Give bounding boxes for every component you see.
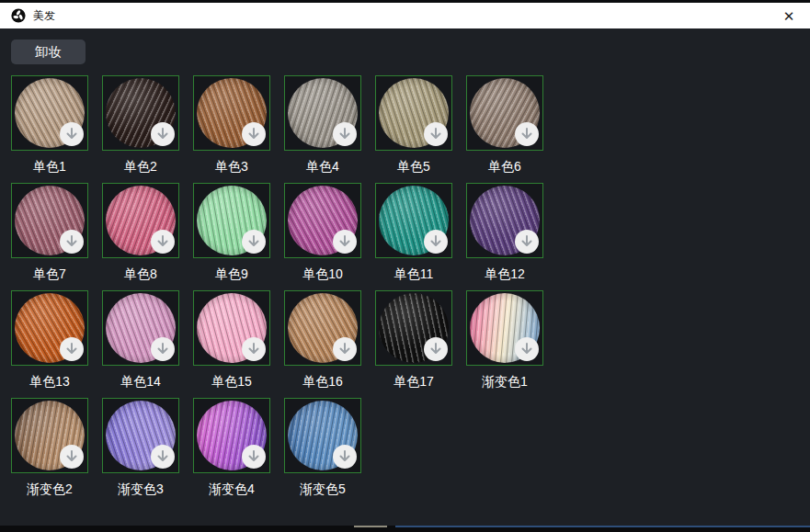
download-icon[interactable] — [515, 337, 539, 361]
hair-style-item: 渐变色5 — [284, 398, 361, 498]
hair-style-swatch[interactable] — [11, 75, 88, 151]
desktop-edge-bottom — [0, 526, 810, 532]
hair-style-label: 渐变色2 — [11, 480, 88, 498]
hair-style-swatch[interactable] — [102, 75, 179, 151]
hair-style-item: 单色3 — [193, 75, 270, 175]
hair-style-swatch[interactable] — [193, 398, 270, 473]
dialog-titlebar: 美发 ✕ — [0, 3, 810, 28]
hair-style-swatch[interactable] — [193, 183, 270, 258]
hair-style-item: 渐变色1 — [466, 290, 543, 391]
hair-style-swatch[interactable] — [284, 290, 361, 366]
hair-style-swatch[interactable] — [284, 398, 361, 473]
hair-style-swatch[interactable] — [11, 183, 88, 258]
hair-style-swatch[interactable] — [11, 398, 88, 473]
hair-style-item: 单色16 — [284, 290, 361, 391]
hair-style-label: 渐变色1 — [466, 372, 543, 391]
hair-style-label: 单色7 — [11, 265, 88, 283]
hair-style-label: 单色13 — [11, 372, 88, 391]
obs-logo-icon — [11, 8, 26, 23]
download-icon[interactable] — [333, 337, 357, 361]
download-icon[interactable] — [151, 445, 175, 469]
download-icon[interactable] — [333, 230, 357, 254]
hair-style-item: 单色8 — [102, 183, 179, 283]
hair-style-label: 单色10 — [284, 265, 361, 283]
hair-style-label: 单色11 — [375, 265, 452, 283]
hair-style-item: 渐变色2 — [11, 398, 88, 498]
hair-style-label: 单色17 — [375, 372, 452, 391]
close-icon[interactable]: ✕ — [779, 6, 799, 26]
hair-style-swatch[interactable] — [102, 290, 179, 366]
download-icon[interactable] — [151, 230, 175, 254]
hair-style-swatch[interactable] — [284, 183, 361, 258]
hair-style-swatch[interactable] — [375, 290, 452, 366]
hair-style-label: 单色15 — [193, 372, 270, 391]
hair-style-swatch[interactable] — [466, 75, 543, 151]
background-app-speck — [354, 526, 387, 527]
download-icon[interactable] — [242, 230, 266, 254]
hair-style-label: 渐变色5 — [284, 480, 361, 498]
download-icon[interactable] — [60, 337, 84, 361]
hair-style-label: 单色4 — [284, 157, 361, 175]
hair-style-item: 单色1 — [11, 75, 88, 175]
download-icon[interactable] — [242, 337, 266, 361]
hair-style-item: 单色5 — [375, 75, 452, 175]
hair-style-label: 单色8 — [102, 265, 179, 283]
remove-makeup-button[interactable]: 卸妆 — [11, 40, 86, 64]
hair-style-item: 单色10 — [284, 183, 361, 283]
hair-style-item: 渐变色4 — [193, 398, 270, 498]
download-icon[interactable] — [60, 445, 84, 469]
download-icon[interactable] — [60, 122, 84, 146]
download-icon[interactable] — [424, 122, 448, 146]
hair-style-grid: 单色1 单色2 单色3 — [11, 75, 563, 505]
hair-style-swatch[interactable] — [466, 183, 543, 258]
download-icon[interactable] — [333, 445, 357, 469]
download-icon[interactable] — [242, 122, 266, 146]
hair-style-label: 单色5 — [375, 157, 452, 175]
hair-style-label: 渐变色3 — [102, 480, 179, 498]
hair-style-item: 单色14 — [102, 290, 179, 391]
hair-style-label: 单色6 — [466, 157, 543, 175]
hair-style-label: 单色3 — [193, 157, 270, 175]
hair-style-dialog: 美发 ✕ 卸妆 单色1 单色2 — [0, 0, 810, 532]
download-icon[interactable] — [242, 445, 266, 469]
hair-style-label: 单色14 — [102, 372, 179, 391]
hair-style-item: 渐变色3 — [102, 398, 179, 498]
dialog-content: 卸妆 单色1 单色2 — [0, 28, 810, 526]
hair-style-swatch[interactable] — [193, 290, 270, 366]
hair-style-item: 单色7 — [11, 183, 88, 283]
download-icon[interactable] — [424, 337, 448, 361]
hair-style-item: 单色12 — [466, 183, 543, 283]
hair-style-item: 单色2 — [102, 75, 179, 175]
hair-style-item: 单色6 — [466, 75, 543, 175]
dialog-title: 美发 — [33, 8, 55, 24]
hair-style-swatch[interactable] — [466, 290, 543, 366]
download-icon[interactable] — [515, 122, 539, 146]
hair-style-swatch[interactable] — [284, 75, 361, 151]
hair-style-item: 单色11 — [375, 183, 452, 283]
background-app-line — [395, 526, 810, 527]
hair-style-label: 单色2 — [102, 157, 179, 175]
hair-style-label: 单色1 — [11, 157, 88, 175]
download-icon[interactable] — [151, 122, 175, 146]
download-icon[interactable] — [60, 230, 84, 254]
download-icon[interactable] — [515, 230, 539, 254]
hair-style-label: 单色16 — [284, 372, 361, 391]
hair-style-swatch[interactable] — [102, 183, 179, 258]
hair-style-item: 单色13 — [11, 290, 88, 391]
hair-style-item: 单色9 — [193, 183, 270, 283]
hair-style-swatch[interactable] — [102, 398, 179, 473]
download-icon[interactable] — [151, 337, 175, 361]
hair-style-item: 单色17 — [375, 290, 452, 391]
hair-style-item: 单色15 — [193, 290, 270, 391]
hair-style-swatch[interactable] — [375, 183, 452, 258]
hair-style-swatch[interactable] — [11, 290, 88, 366]
hair-style-item: 单色4 — [284, 75, 361, 175]
download-icon[interactable] — [424, 230, 448, 254]
hair-style-swatch[interactable] — [375, 75, 452, 151]
hair-style-label: 渐变色4 — [193, 480, 270, 498]
hair-style-label: 单色9 — [193, 265, 270, 283]
hair-style-label: 单色12 — [466, 265, 543, 283]
hair-style-swatch[interactable] — [193, 75, 270, 151]
download-icon[interactable] — [333, 122, 357, 146]
